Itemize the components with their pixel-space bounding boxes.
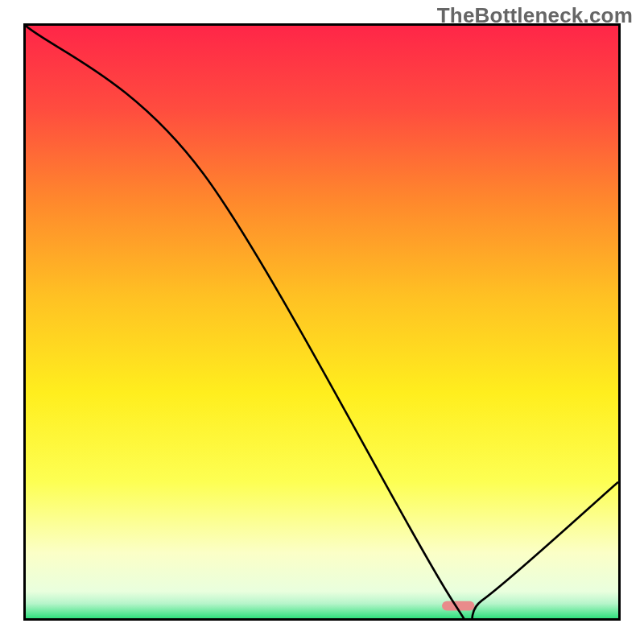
plot-box xyxy=(23,23,621,621)
gradient-rect xyxy=(26,26,618,618)
chart-wrap: TheBottleneck.com xyxy=(0,0,644,644)
plot-svg xyxy=(26,26,618,618)
